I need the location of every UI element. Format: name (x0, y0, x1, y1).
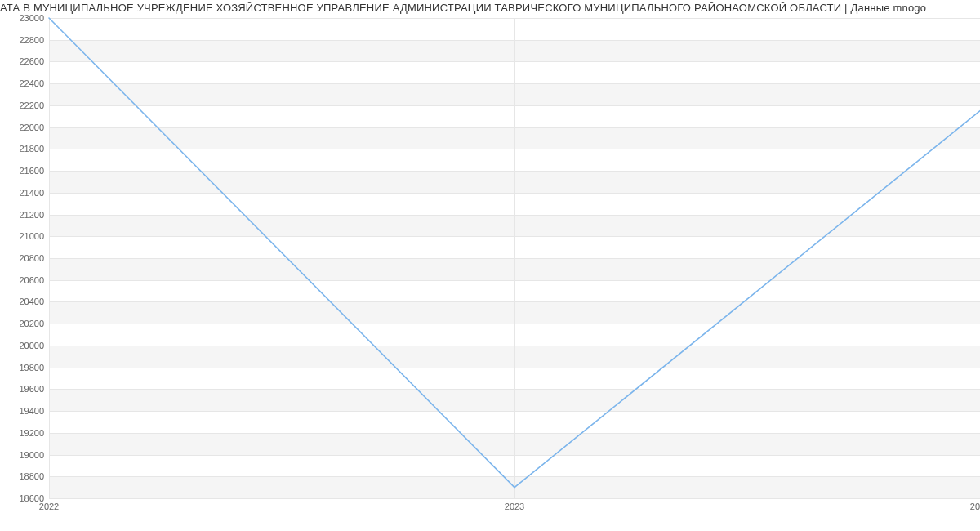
plot-area (49, 18, 980, 498)
y-tick-label: 21400 (3, 188, 44, 198)
x-tick-label: 2022 (39, 502, 59, 511)
y-tick-label: 18800 (3, 471, 44, 481)
y-tick-label: 22400 (3, 78, 44, 88)
x-tick-label: 2024 (970, 502, 980, 511)
y-tick-label: 20200 (3, 319, 44, 328)
y-tick-label: 18600 (3, 493, 44, 503)
y-tick-label: 20600 (3, 275, 44, 285)
x-tick-label: 2023 (505, 502, 524, 511)
y-tick-label: 22600 (3, 56, 44, 66)
chart-container: 1860018800190001920019400196001980020000… (0, 18, 980, 516)
y-tick-label: 19600 (3, 384, 44, 394)
y-tick-label: 21800 (3, 144, 44, 154)
y-tick-label: 19400 (3, 406, 44, 416)
y-gridline (49, 498, 980, 499)
y-tick-label: 19000 (3, 450, 44, 460)
y-tick-label: 22000 (3, 123, 44, 132)
y-tick-label: 21200 (3, 210, 44, 220)
y-tick-label: 20400 (3, 297, 44, 306)
y-tick-label: 19200 (3, 428, 44, 438)
y-tick-label: 19800 (3, 363, 44, 373)
y-tick-label: 21600 (3, 166, 44, 176)
page-title: АТА В МУНИЦИПАЛЬНОЕ УЧРЕЖДЕНИЕ ХОЗЯЙСТВЕ… (0, 2, 980, 14)
y-tick-label: 21000 (3, 231, 44, 241)
y-tick-label: 20000 (3, 341, 44, 350)
y-tick-label: 20800 (3, 253, 44, 263)
line-series (49, 18, 980, 498)
y-tick-label: 23000 (3, 13, 44, 23)
y-tick-label: 22800 (3, 35, 44, 45)
y-tick-label: 22200 (3, 100, 44, 110)
